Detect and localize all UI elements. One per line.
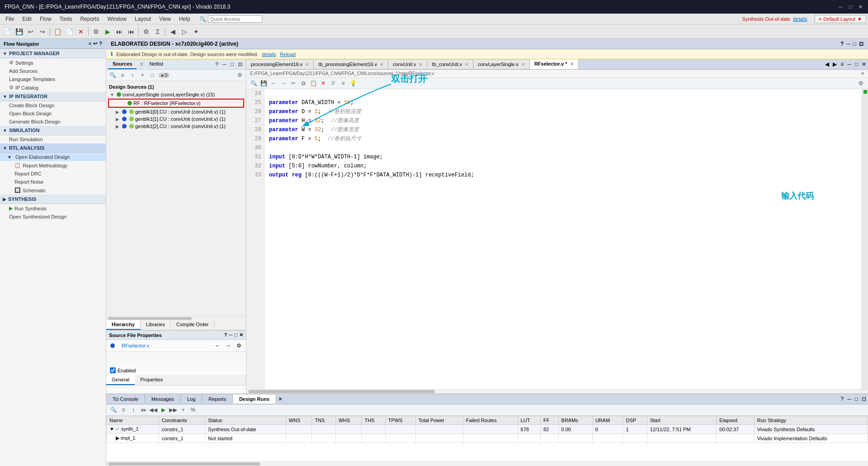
nav-generate-block-design[interactable]: Generate Block Design [0, 118, 106, 126]
editor-copy-icon[interactable]: ⧉ [299, 79, 308, 88]
run-button[interactable]: ▶ [102, 26, 113, 37]
menu-view[interactable]: View [156, 15, 175, 23]
synthesis-details-link[interactable]: details [793, 16, 807, 22]
debug2-button[interactable]: ▷ [179, 26, 190, 37]
nav-report-noise[interactable]: Report Noise [0, 178, 106, 186]
save-button[interactable]: 💾 [14, 26, 24, 37]
program-button[interactable]: ⚙ [141, 26, 151, 37]
tab-rfselector[interactable]: RFselector.v * ✕ [530, 59, 579, 69]
tab-log[interactable]: Log [181, 395, 202, 404]
editor-close-icon[interactable]: ✕ [860, 59, 868, 69]
tab-convlayersingle[interactable]: convLayerSingle.v ✕ [473, 60, 530, 69]
nav-open-block-design[interactable]: Open Block Design [0, 109, 106, 118]
nav-pin-icon[interactable]: ≡ [89, 41, 91, 47]
nav-report-methodology[interactable]: 📋 Report Methodology [0, 161, 106, 170]
props-forward-icon[interactable]: → [224, 342, 233, 350]
step-button[interactable]: ⏭ [114, 26, 125, 37]
tree-item-convlayersingle[interactable]: ▼ convLayerSingle (convLayerSingle.v) (1… [106, 91, 246, 98]
props-settings-icon[interactable]: ⚙ [235, 342, 243, 350]
bottom-resize-icon[interactable]: ⊡ [860, 394, 868, 404]
tab-tb-processing[interactable]: tb_processingElement16.v ✕ [314, 60, 388, 69]
runs-prev-icon[interactable]: ◀◀ [149, 405, 158, 414]
nav-ip-catalog[interactable]: IP Catalog [0, 83, 106, 92]
maximize-panel-icon[interactable]: ⊡ [859, 41, 863, 47]
settings-button[interactable]: ⚙ [90, 26, 101, 37]
menu-tools[interactable]: Tools [56, 15, 75, 23]
tab-netlist[interactable]: Netlist [145, 59, 168, 69]
horizontal-scrollbar-thumb[interactable] [108, 317, 192, 320]
editor-cut-icon[interactable]: ✂ [289, 79, 298, 88]
copy-button[interactable]: 📋 [52, 26, 63, 37]
editor-save-icon[interactable]: 💾 [259, 79, 268, 88]
sources-view-icon[interactable]: □ [148, 71, 157, 80]
tab-design-runs[interactable]: Design Runs [233, 395, 276, 404]
runs-percent-icon[interactable]: % [189, 405, 198, 414]
sources-add-icon[interactable]: + [138, 71, 147, 80]
nav-create-block-design[interactable]: Create Block Design [0, 101, 106, 109]
nav-run-synthesis[interactable]: Run Synthesis [0, 204, 106, 213]
props-enabled-checkbox[interactable]: Enabled [106, 366, 246, 375]
nav-schematic[interactable]: 🔲 Schematic [0, 186, 106, 195]
debug3-button[interactable]: ✦ [191, 26, 202, 37]
menu-edit[interactable]: Edit [19, 15, 35, 23]
src-props-help[interactable]: ? [224, 332, 227, 338]
sources-resize-icon[interactable]: ⊡ [236, 60, 244, 69]
editor-h-scroll-thumb[interactable] [248, 390, 435, 393]
tab-properties[interactable]: Properties [135, 375, 168, 385]
sources-min-icon[interactable]: ─ [221, 60, 228, 69]
menu-flow[interactable]: Flow [36, 15, 55, 23]
menu-help[interactable]: Help [175, 15, 194, 23]
tree-item-rfselector[interactable]: RF : RFselector (RFselector.v) [108, 99, 244, 108]
bottom-h-scrollbar[interactable] [106, 461, 868, 466]
runs-collapse-icon[interactable]: ≡ [119, 405, 128, 414]
tab-general[interactable]: General [106, 375, 135, 385]
runs-expand-icon[interactable]: ↕ [129, 405, 138, 414]
layout-selector[interactable]: ≡ Default Layout ▼ [815, 15, 866, 23]
tab-tb-convunit[interactable]: tb_convUnit.v ✕ [427, 60, 473, 69]
nav-restore-icon[interactable]: ↩ [93, 41, 97, 47]
bottom-min-icon[interactable]: ─ [845, 394, 853, 404]
menu-window[interactable]: Window [104, 15, 130, 23]
bottom-help-icon[interactable]: ? [839, 394, 846, 404]
close-convunit-icon[interactable]: ✕ [419, 62, 422, 67]
undo-button[interactable]: ↩ [25, 26, 36, 37]
nav-report-drc[interactable]: Report DRC [0, 170, 106, 178]
tab-list-icon[interactable]: ≡ [839, 59, 845, 69]
tree-item-genblk2[interactable]: ▶ genblk1[2].CU : convUnit (convUnit.v) … [106, 123, 246, 130]
menu-reports[interactable]: Reports [76, 15, 103, 23]
info-details-link[interactable]: details [262, 52, 276, 57]
nav-language-templates[interactable]: Language Templates [0, 75, 106, 83]
tree-item-genblk1[interactable]: ▶ genblk1[1].CU : convUnit (convUnit.v) … [106, 115, 246, 123]
impl1-expand-icon[interactable]: ▶ [109, 435, 119, 441]
table-row-impl1[interactable]: ▶ impl_1 constrs_1 Not started [107, 434, 868, 443]
sources-collapse-icon[interactable]: ≡ [118, 71, 127, 80]
section-project-manager-header[interactable]: ▼ PROJECT MANAGER [0, 49, 106, 58]
close-pe-icon[interactable]: ✕ [305, 62, 309, 67]
quick-access-input[interactable] [208, 15, 262, 23]
tab-processing-element[interactable]: processingElement16.v ✕ [246, 60, 314, 69]
tab-hierarchy[interactable]: Hierarchy [106, 320, 141, 330]
editor-back-icon[interactable]: ← [269, 79, 278, 88]
editor-max-icon[interactable]: □ [853, 59, 860, 69]
src-props-min[interactable]: ─ [229, 332, 233, 338]
table-row-synth1[interactable]: ▼ ✓ synth_1 constrs_1 Synthesis Out-of-d… [107, 425, 868, 434]
nav-open-synthesized-design[interactable]: Open Synthesized Design [0, 213, 106, 221]
sigma-button[interactable]: Σ [152, 26, 163, 37]
nav-settings[interactable]: Settings [0, 58, 106, 67]
editor-paste-icon[interactable]: 📋 [309, 79, 318, 88]
section-simulation-header[interactable]: ▼ SIMULATION [0, 126, 106, 135]
maximize-button[interactable]: □ [847, 4, 854, 10]
runs-first-icon[interactable]: ⏮ [139, 405, 148, 414]
runs-next-icon[interactable]: ▶▶ [169, 405, 178, 414]
close-tbconv-icon[interactable]: ✕ [465, 62, 468, 67]
tab-prev-icon[interactable]: ◀ [823, 59, 831, 69]
runs-run-icon[interactable]: ▶ [159, 405, 168, 414]
runs-search-icon[interactable]: 🔍 [109, 405, 118, 414]
src-props-close[interactable]: ✕ [239, 332, 243, 338]
tab-next-icon[interactable]: ▶ [831, 59, 839, 69]
synth1-expand-icon[interactable]: ▼ [109, 426, 114, 432]
restart-button[interactable]: ⏮ [126, 26, 137, 37]
sources-search-icon[interactable]: 🔍 [108, 71, 117, 80]
editor-h-scrollbar[interactable] [246, 389, 868, 394]
close-tbpe-icon[interactable]: ✕ [380, 62, 383, 67]
